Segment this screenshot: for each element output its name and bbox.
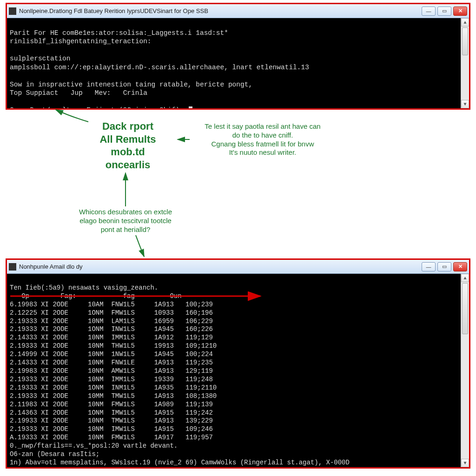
console-line: sulplersctation	[10, 55, 71, 62]
annot-note-l4: It's nuuto nesul writer.	[184, 148, 342, 157]
table-row: 2.11983 XI 2ODE 10NM FMW1LS 1A989 119;13…	[10, 401, 213, 408]
scrollbar[interactable]: ▲ ▼	[461, 18, 469, 108]
table-row: A.19333 XI 2ODE 10NM FMW1LS 1A917 119;95…	[10, 434, 213, 441]
app-icon	[9, 263, 16, 271]
annot-q-l1: Whicons desubrates on extcle	[65, 208, 186, 217]
annotation-note: Te lest it say paotla resil ant have can…	[184, 122, 342, 157]
maximize-button[interactable]: ▭	[437, 262, 451, 271]
console-line: amplssboll com://:ep:alaytierd.nD-.scari…	[10, 64, 309, 71]
window1-title: Nonllpeine.Dratlong Fdl Batuey Rerition …	[19, 7, 422, 14]
console-line: Parit For HE comBe1es:ator:solisa:_Lagge…	[10, 29, 228, 37]
scroll-up-icon[interactable]: ▲	[461, 18, 469, 26]
console-line: Cop:oDect/es_ltwon Exjisst,(9C-iziex 2hi…	[10, 106, 188, 108]
annot-big-l3: mob.td	[81, 145, 174, 159]
annot-q-l3: pont at herialld?	[65, 225, 186, 234]
table-row: 2.14363 XI 2ODE 1ONM IMW1L5 1A915 119;24…	[10, 409, 213, 416]
annotation-question: Whicons desubrates on extcle elago beoni…	[65, 208, 186, 234]
table-row: 2.14999 XI 2ODE 10NM 1NW1L5 1A945 100;22…	[10, 350, 213, 358]
console2-body: Ten Iieb(:5a9) nesawats vasigg_zeanch. O…	[7, 274, 469, 467]
window1-titlebar[interactable]: Nonllpeine.Dratlong Fdl Batuey Rerition …	[7, 4, 469, 18]
scroll-thumb[interactable]	[462, 283, 468, 334]
table-row: 2.19333 XI 2ODE 1ONM INM1L5 1A935 119;21…	[10, 384, 217, 391]
annot-note-l3: Cgnang bless fratmell lit for bnvw	[184, 140, 342, 149]
scroll-down-icon[interactable]: ▼	[461, 459, 469, 467]
table-row: 6.19983 XI 2ODE 10AM FNW1L5 1A913 100;23…	[10, 301, 213, 308]
table-header: Op Fag: fag Oun	[10, 292, 182, 300]
table-row: 2.19333 XI 2ODE 10NM THW1L5 19913 109;12…	[10, 342, 217, 350]
minimize-button[interactable]: —	[422, 7, 436, 16]
console-line: Sow in inspractive intenestion taing rat…	[10, 81, 252, 88]
console-line: O6-zan (Desara rasItis;	[10, 450, 99, 458]
scroll-thumb[interactable]	[462, 27, 468, 55]
console-line: Ten Iieb(:5a9) nesawats vasigg_zeanch.	[10, 284, 158, 291]
scrollbar[interactable]: ▲ ▼	[461, 274, 469, 467]
maximize-button[interactable]: ▭	[437, 7, 451, 16]
console-line: 0._nwp/ftarils==.vs_*posl:20 vartle deva…	[10, 442, 178, 450]
table-row: 2.12225 XI 2ODE 1ONM FMW1LS 10933 160;19…	[10, 309, 213, 317]
close-button[interactable]: ✕	[453, 7, 467, 16]
table-row: 2.14333 XI 2ODE 10NM FNW1LE 1A913 119;23…	[10, 359, 213, 366]
window2-title: Nonhpunle Amail dlo dy	[19, 263, 422, 270]
cursor-icon	[189, 106, 192, 108]
close-button[interactable]: ✕	[453, 262, 467, 271]
annot-note-l2: do the to have cniff.	[184, 131, 342, 140]
console-line: rinlisblf_lishgentatning_teraction:	[10, 38, 152, 45]
table-row: 2.19333 XI 2ODE 10NM LAM1LS 16959 106;22…	[10, 317, 213, 325]
minimize-button[interactable]: —	[422, 262, 436, 271]
table-row: 2.19333 XI 2ODE 10NM IMW1LS 1A915 109;24…	[10, 425, 213, 433]
annot-note-l1: Te lest it say paotla resil ant have can	[184, 122, 342, 131]
console1-body: Parit For HE comBe1es:ator:solisa:_Lagge…	[7, 18, 469, 108]
window2-titlebar[interactable]: Nonhpunle Amail dlo dy — ▭ ✕	[7, 260, 469, 274]
table-row: 2.19333 XI 2ODE 1ONM INW1LS 1A945 160;22…	[10, 325, 213, 333]
scroll-down-icon[interactable]: ▼	[461, 100, 469, 108]
annotation-heading: Dack rport All Remults mob.td oncearlis	[81, 120, 174, 171]
annot-big-l4: oncearlis	[81, 159, 174, 172]
scroll-up-icon[interactable]: ▲	[461, 274, 469, 282]
table-row: 2.19933 XI 2ODE 10NM TMW1LS 1A913 139;22…	[10, 417, 213, 424]
annot-q-l2: elago beonin tescitvral tootcle	[65, 217, 186, 225]
annot-big-l2: All Remults	[81, 133, 174, 146]
table-row: 2.14333 XI 2ODE 10NM IMM1LS 1A912 119;12…	[10, 334, 213, 341]
table-row: 2.19333 XI 2ODE 10MM TMW1L5 1A913 108;13…	[10, 392, 217, 400]
annot-big-l1: Dack rport	[81, 120, 174, 133]
console-line: Top Suppiact Jup Mev: Crinla	[10, 89, 147, 97]
table-row: 2.19333 XI 2ODE 10NM IMM1LS 19339 119;24…	[10, 376, 213, 383]
app-icon	[9, 7, 16, 15]
table-row: 2.19983 XI 2ODE 10NM AMW1LS 1A913 129;11…	[10, 367, 213, 375]
console-line: 1n) Abav=otl memsplatins, SWslsct.19 (nv…	[10, 459, 350, 466]
